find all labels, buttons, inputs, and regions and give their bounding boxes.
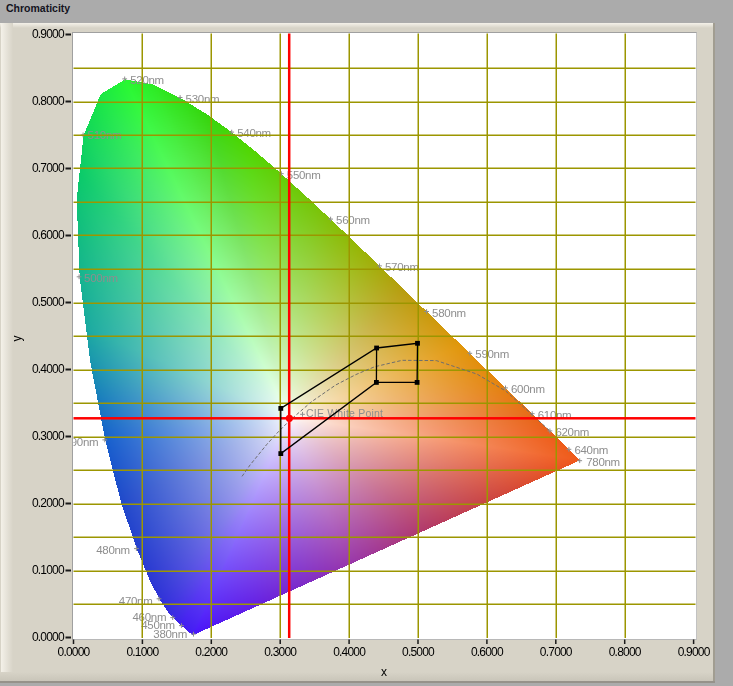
svg-text:0.8000: 0.8000 [609,645,642,659]
svg-text:0.1000: 0.1000 [32,563,65,577]
svg-text:0.9000: 0.9000 [32,27,65,41]
svg-text:590nm: 590nm [475,348,509,360]
svg-text:500nm: 500nm [84,272,118,284]
svg-text:0.0000: 0.0000 [58,645,91,659]
svg-text:0.7000: 0.7000 [540,645,573,659]
svg-text:0.3000: 0.3000 [32,429,65,443]
svg-text:560nm: 560nm [336,214,370,226]
svg-text:0.5000: 0.5000 [402,645,435,659]
svg-text:380nm: 380nm [153,628,187,640]
svg-text:0.1000: 0.1000 [126,645,159,659]
svg-text:0.0000: 0.0000 [32,630,65,644]
svg-text:640nm: 640nm [574,444,608,456]
svg-text:0.9000: 0.9000 [678,645,711,659]
svg-text:x: x [381,665,387,679]
svg-text:550nm: 550nm [287,169,321,181]
svg-text:620nm: 620nm [555,426,589,438]
svg-text:480nm: 480nm [96,544,130,556]
svg-text:520nm: 520nm [130,74,164,86]
svg-text:540nm: 540nm [237,127,271,139]
svg-text:y: y [10,336,24,342]
svg-text:600nm: 600nm [511,383,545,395]
svg-text:0.7000: 0.7000 [32,161,65,175]
svg-text:570nm: 570nm [385,261,419,273]
svg-text:0.5000: 0.5000 [32,295,65,309]
svg-text:0.3000: 0.3000 [264,645,297,659]
svg-text:0.4000: 0.4000 [333,645,366,659]
svg-text:0.8000: 0.8000 [32,94,65,108]
svg-text:0.4000: 0.4000 [32,362,65,376]
svg-text:0.2000: 0.2000 [32,496,65,510]
svg-text:780nm: 780nm [586,456,620,468]
svg-text:580nm: 580nm [432,307,466,319]
svg-text:CIE White Point: CIE White Point [306,407,383,419]
svg-text:0.6000: 0.6000 [32,228,65,242]
svg-text:0.2000: 0.2000 [195,645,228,659]
svg-text:0.6000: 0.6000 [471,645,504,659]
